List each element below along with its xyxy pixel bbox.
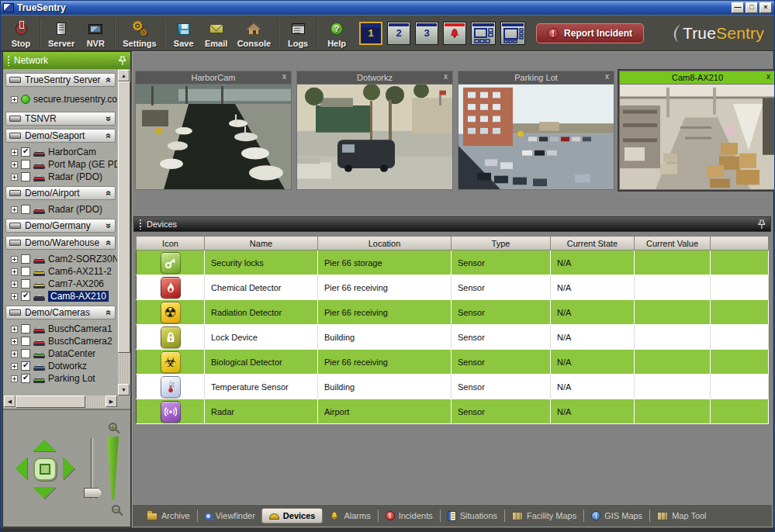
expand-icon[interactable] bbox=[11, 174, 18, 181]
column-header-extra[interactable] bbox=[711, 237, 769, 250]
pin-icon[interactable] bbox=[119, 56, 126, 66]
checkbox-checked[interactable] bbox=[21, 361, 30, 371]
camera-header[interactable]: Parking Lot x bbox=[458, 71, 614, 84]
expand-icon[interactable] bbox=[11, 256, 18, 263]
tree-item-harborcam[interactable]: HarborCam bbox=[4, 146, 117, 158]
tree-item-buschcamera2[interactable]: BuschCamera2 bbox=[4, 335, 117, 347]
scrollbar-thumb[interactable] bbox=[118, 81, 130, 353]
camera-video[interactable] bbox=[619, 84, 775, 190]
tab-gis-maps[interactable]: GIS Maps bbox=[585, 508, 649, 523]
tree-vertical-scrollbar[interactable]: ▲ ▼ bbox=[118, 70, 130, 396]
checkbox-checked[interactable] bbox=[21, 374, 30, 383]
tree-item-buschcamera1[interactable]: BuschCamera1 bbox=[4, 323, 117, 335]
column-header-name[interactable]: Name bbox=[205, 237, 318, 250]
expand-icon[interactable] bbox=[11, 338, 18, 345]
scroll-down-button[interactable]: ▼ bbox=[118, 384, 130, 396]
tree-group-tsnvr[interactable]: TSNVR bbox=[5, 112, 116, 126]
checkbox-unchecked[interactable] bbox=[21, 205, 30, 214]
tab-situations[interactable]: Situations bbox=[441, 508, 503, 524]
expand-icon[interactable] bbox=[11, 149, 18, 156]
pan-up-button[interactable] bbox=[33, 440, 56, 451]
camera-header[interactable]: Cam8-AX210 x bbox=[619, 71, 775, 84]
tree-group-demo-cameras[interactable]: Demo/Cameras bbox=[5, 306, 116, 320]
scrollbar-track[interactable] bbox=[118, 353, 130, 384]
scrollbar-track[interactable] bbox=[85, 396, 106, 408]
pan-down-button[interactable] bbox=[33, 487, 56, 499]
report-incident-button[interactable]: Report Incident bbox=[536, 23, 644, 43]
device-row-radar[interactable]: Radar Airport Sensor N/A bbox=[137, 399, 769, 424]
tree-item-radar-pdo[interactable]: Radar (PDO) bbox=[4, 171, 117, 183]
column-header-type[interactable]: Type bbox=[452, 237, 551, 250]
expand-icon[interactable] bbox=[11, 363, 18, 370]
server-button[interactable]: Server bbox=[43, 17, 79, 50]
checkbox-unchecked[interactable] bbox=[21, 349, 30, 358]
close-icon[interactable]: x bbox=[444, 72, 448, 81]
email-button[interactable]: Email bbox=[200, 17, 233, 50]
tree-group-demo-seaport[interactable]: Demo/Seaport bbox=[5, 129, 116, 143]
close-button[interactable]: × bbox=[759, 2, 772, 13]
view-3-button[interactable]: 3 bbox=[415, 22, 438, 45]
settings-button[interactable]: Settings bbox=[118, 17, 161, 50]
expand-icon[interactable] bbox=[11, 375, 18, 382]
view-1-button[interactable]: 1 bbox=[359, 22, 382, 45]
camera-tile-cam8-ax210[interactable]: Cam8-AX210 x bbox=[619, 71, 775, 190]
pan-left-button[interactable] bbox=[16, 457, 27, 480]
tree-group-demo-germany[interactable]: Demo/Germany bbox=[5, 219, 116, 233]
camera-video[interactable] bbox=[135, 84, 292, 190]
tree-group-demo-warehouse[interactable]: Demo/Warehouse bbox=[5, 236, 116, 250]
tree-item-portmap[interactable]: Port Map (GE PDI) bbox=[4, 158, 117, 171]
checkbox-unchecked[interactable] bbox=[21, 254, 30, 264]
checkbox-unchecked[interactable] bbox=[21, 160, 30, 169]
pan-right-button[interactable] bbox=[63, 457, 74, 480]
tree-item-datacenter[interactable]: DataCenter bbox=[4, 347, 117, 360]
tab-facility-maps[interactable]: Facility Maps bbox=[506, 508, 583, 523]
tab-devices[interactable]: Devices bbox=[261, 508, 323, 523]
tree-item-radar-airport[interactable]: Radar (PDO) bbox=[4, 203, 117, 216]
camera-header[interactable]: HarborCam x bbox=[135, 71, 292, 84]
camera-header[interactable]: Dotworkz x bbox=[296, 71, 453, 84]
column-header-current-value[interactable]: Current Value bbox=[635, 237, 711, 250]
device-row-biological-detector[interactable]: Biological Detector Pier 66 receiving Se… bbox=[137, 350, 769, 375]
tree-item-cam7[interactable]: Cam7-AX206 bbox=[4, 278, 117, 290]
view-2-button[interactable]: 2 bbox=[387, 22, 410, 45]
expand-icon[interactable] bbox=[11, 96, 18, 103]
scroll-up-button[interactable]: ▲ bbox=[118, 70, 130, 81]
alarm-view-button[interactable] bbox=[443, 22, 466, 45]
checkbox-unchecked[interactable] bbox=[21, 267, 30, 276]
checkbox-unchecked[interactable] bbox=[21, 279, 30, 288]
device-row-chemical-detector[interactable]: Chemical Detector Pier 66 receiving Sens… bbox=[137, 275, 769, 300]
expand-icon[interactable] bbox=[11, 293, 18, 300]
tab-alarms[interactable]: Alarms bbox=[323, 507, 376, 524]
scrollbar-thumb[interactable] bbox=[16, 396, 85, 408]
network-panel-header[interactable]: Network bbox=[3, 52, 130, 69]
layout-2-button[interactable] bbox=[500, 22, 525, 45]
camera-tile-parkinglot[interactable]: Parking Lot x bbox=[458, 71, 614, 190]
device-row-radiation-detector[interactable]: Radiation Detector Pier 66 receiving Sen… bbox=[137, 300, 769, 325]
tree-group-demo-airport[interactable]: Demo/Airport bbox=[5, 186, 116, 200]
tree-item-cam2[interactable]: Cam2-SORZ30N- bbox=[4, 253, 117, 265]
expand-icon[interactable] bbox=[11, 161, 18, 168]
tree-item-cam8-selected[interactable]: Cam8-AX210 bbox=[4, 290, 117, 302]
checkbox-unchecked[interactable] bbox=[21, 172, 30, 181]
zoom-out-icon[interactable] bbox=[112, 505, 120, 513]
checkbox-unchecked[interactable] bbox=[21, 324, 30, 333]
stop-button[interactable]: Stop bbox=[5, 17, 37, 50]
tree-item-server[interactable]: secure.truesentry.com bbox=[4, 90, 117, 109]
tree-item-parkinglot[interactable]: Parking Lot bbox=[4, 372, 117, 385]
close-icon[interactable]: x bbox=[282, 72, 286, 81]
device-row-security-locks[interactable]: Security locks Pier 66 storage Sensor N/… bbox=[137, 250, 769, 275]
column-header-icon[interactable]: Icon bbox=[137, 237, 205, 250]
tab-map-tool[interactable]: Map Tool bbox=[651, 508, 712, 523]
tab-archive[interactable]: Archive bbox=[140, 508, 196, 523]
column-header-location[interactable]: Location bbox=[318, 237, 452, 250]
save-button[interactable]: Save bbox=[168, 17, 200, 50]
tree-group-truesentry-server[interactable]: TrueSentry Server bbox=[5, 73, 116, 87]
console-button[interactable]: Console bbox=[233, 17, 275, 50]
camera-video[interactable] bbox=[296, 84, 453, 190]
scroll-right-button[interactable]: ▶ bbox=[106, 396, 117, 407]
camera-tile-dotworkz[interactable]: Dotworkz x bbox=[296, 71, 453, 190]
nvr-button[interactable]: NVR bbox=[79, 17, 112, 50]
tab-incidents[interactable]: Incidents bbox=[379, 508, 439, 523]
layout-1-button[interactable] bbox=[471, 22, 496, 45]
maximize-button[interactable]: □ bbox=[746, 2, 758, 13]
